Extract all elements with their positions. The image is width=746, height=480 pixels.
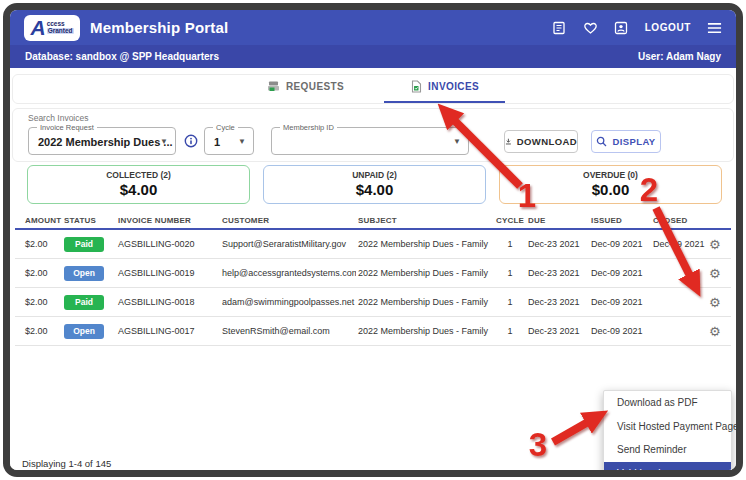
subject-cell: 2022 Membership Dues - Family: [356, 297, 494, 307]
pagination-status: Displaying 1-4 of 145: [22, 458, 111, 469]
table-row: $2.00 Open AGSBILLING-0017 StevenRSmith@…: [15, 317, 731, 346]
search-icon: [596, 136, 607, 147]
tab-invoices-label: INVOICES: [428, 81, 479, 92]
due-cell: Dec-23 2021: [526, 239, 589, 249]
info-icon[interactable]: [184, 134, 198, 148]
tab-invoices[interactable]: INVOICES: [384, 80, 505, 103]
subject-cell: 2022 Membership Dues - Family: [356, 268, 494, 278]
unpaid-label: UNPAID (2): [264, 170, 485, 180]
user-label: User: Adam Nagy: [638, 51, 721, 62]
page-title: Membership Portal: [90, 19, 228, 36]
gear-icon[interactable]: ⚙: [709, 266, 721, 281]
tab-requests-label: REQUESTS: [286, 81, 344, 92]
status-badge: Paid: [64, 295, 104, 310]
invoice-actions-menu: Download as PDF Visit Hosted Payment Pag…: [603, 390, 732, 477]
gear-icon[interactable]: ⚙: [709, 324, 721, 339]
search-invoices-panel: Search Invoices Invoice Request 2022 Mem…: [12, 108, 734, 162]
due-cell: Dec-23 2021: [526, 297, 589, 307]
logo-word-bottom: Granted: [47, 28, 74, 35]
tab-bar: REQUESTS INVOICES: [12, 74, 734, 104]
heart-icon[interactable]: [583, 20, 598, 35]
menu-item-download-pdf[interactable]: Download as PDF: [604, 391, 731, 415]
cycle-cell: 1: [494, 268, 526, 278]
chevron-down-icon: ▼: [238, 137, 246, 146]
collected-card: COLLECTED (2) $4.00: [27, 165, 250, 204]
col-amount: AMOUNT: [15, 216, 60, 225]
due-cell: Dec-23 2021: [526, 326, 589, 336]
col-issued: ISSUED: [589, 216, 651, 225]
amount-cell: $2.00: [15, 268, 60, 278]
table-row: $2.00 Open AGSBILLING-0019 help@accessgr…: [15, 259, 731, 288]
overdue-label: OVERDUE (0): [500, 170, 721, 180]
unpaid-card: UNPAID (2) $4.00: [263, 165, 486, 204]
cycle-label: Cycle: [213, 123, 238, 132]
download-button-label: DOWNLOAD: [517, 136, 577, 147]
issued-cell: Dec-09 2021: [589, 239, 651, 249]
invoice-request-value: 2022 Membership Dues ...: [38, 136, 173, 148]
requests-icon: [267, 80, 280, 93]
download-button[interactable]: DOWNLOAD: [504, 130, 578, 153]
amount-cell: $2.00: [15, 297, 60, 307]
table-row: $2.00 Paid AGSBILLING-0020 Support@Serar…: [15, 230, 731, 259]
unpaid-value: $4.00: [264, 181, 485, 198]
cycle-cell: 1: [494, 239, 526, 249]
customer-cell: adam@swimmingpoolpasses.net: [220, 297, 356, 307]
download-icon: [505, 136, 512, 147]
invoice-number-cell: AGSBILLING-0019: [118, 268, 220, 278]
access-granted-logo: A ccess Granted: [24, 15, 80, 41]
menu-item-visit-payment-page[interactable]: Visit Hosted Payment Page: [604, 415, 731, 439]
cycle-value: 1: [214, 136, 220, 148]
invoice-number-cell: AGSBILLING-0017: [118, 326, 220, 336]
invoice-request-select[interactable]: Invoice Request 2022 Membership Dues ...…: [28, 127, 176, 155]
chevron-down-icon: ▼: [453, 137, 461, 146]
document-icon[interactable]: [552, 20, 567, 35]
overdue-card: OVERDUE (0) $0.00: [499, 165, 722, 204]
customer-cell: StevenRSmith@email.com: [220, 326, 356, 336]
issued-cell: Dec-09 2021: [589, 297, 651, 307]
cycle-cell: 1: [494, 297, 526, 307]
gear-icon[interactable]: ⚙: [709, 295, 721, 310]
col-cycle: CYCLE: [494, 216, 526, 225]
collected-label: COLLECTED (2): [28, 170, 249, 180]
invoices-icon: [410, 80, 422, 93]
col-subject: SUBJECT: [356, 216, 494, 225]
due-cell: Dec-23 2021: [526, 268, 589, 278]
menu-icon[interactable]: [707, 20, 722, 35]
table-row: $2.00 Paid AGSBILLING-0018 adam@swimming…: [15, 288, 731, 317]
app-window: A ccess Granted Membership Portal LOGOUT: [3, 3, 743, 477]
subject-cell: 2022 Membership Dues - Family: [356, 239, 494, 249]
cycle-select[interactable]: Cycle 1 ▼: [204, 127, 254, 155]
status-badge: Open: [64, 266, 104, 281]
menu-item-send-reminder[interactable]: Send Reminder: [604, 438, 731, 462]
main-content: REQUESTS INVOICES Search Invoices Invoic…: [10, 68, 736, 470]
issued-cell: Dec-09 2021: [589, 268, 651, 278]
membership-id-label: Membership ID: [280, 123, 337, 132]
search-invoices-label: Search Invoices: [28, 113, 88, 123]
logo-letter: A: [30, 17, 45, 38]
environment-bar: Database: sandbox @ SPP Headquarters Use…: [10, 45, 736, 68]
customer-cell: Support@SeraratistMilitary.gov: [220, 239, 356, 249]
col-customer: CUSTOMER: [220, 216, 356, 225]
cycle-cell: 1: [494, 326, 526, 336]
subject-cell: 2022 Membership Dues - Family: [356, 326, 494, 336]
tab-requests[interactable]: REQUESTS: [241, 80, 370, 103]
menu-item-void-invoice[interactable]: Void Invoice: [604, 462, 731, 477]
display-button[interactable]: DISPLAY: [591, 130, 661, 153]
contact-badge-icon[interactable]: [614, 20, 629, 35]
collected-value: $4.00: [28, 181, 249, 198]
overdue-value: $0.00: [500, 181, 721, 198]
invoice-number-cell: AGSBILLING-0018: [118, 297, 220, 307]
chevron-down-icon: ▼: [160, 137, 168, 146]
status-badge: Paid: [64, 237, 104, 252]
col-closed: CLOSED: [651, 216, 709, 225]
col-due: DUE: [526, 216, 589, 225]
membership-id-select[interactable]: Membership ID ▼: [271, 127, 469, 155]
table-header: AMOUNT STATUS INVOICE NUMBER CUSTOMER SU…: [15, 213, 731, 230]
display-button-label: DISPLAY: [612, 136, 655, 147]
gear-icon[interactable]: ⚙: [709, 237, 721, 252]
logout-button[interactable]: LOGOUT: [645, 22, 691, 33]
closed-cell: Dec-09 2021: [651, 239, 709, 249]
invoices-table: AMOUNT STATUS INVOICE NUMBER CUSTOMER SU…: [15, 213, 731, 346]
status-badge: Open: [64, 324, 104, 339]
amount-cell: $2.00: [15, 239, 60, 249]
